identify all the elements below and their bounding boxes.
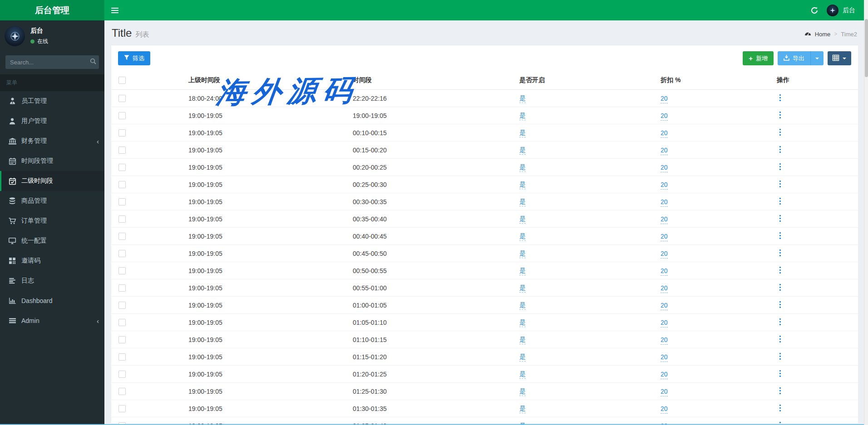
discount-edit-link[interactable]: 20 xyxy=(661,215,668,224)
sidebar-menu-item[interactable]: 员工管理 ‹ xyxy=(0,91,104,111)
export-dropdown-toggle[interactable] xyxy=(810,51,824,65)
row-actions-menu-icon[interactable] xyxy=(779,387,781,389)
discount-edit-link[interactable]: 20 xyxy=(661,164,668,172)
select-all-checkbox[interactable] xyxy=(118,77,126,84)
discount-edit-link[interactable]: 20 xyxy=(661,336,668,345)
sidebar-menu-item[interactable]: 订单管理 ‹ xyxy=(0,211,104,231)
enabled-toggle-link[interactable]: 是 xyxy=(519,336,526,344)
discount-edit-link[interactable]: 20 xyxy=(661,198,668,207)
enabled-toggle-link[interactable]: 是 xyxy=(519,405,526,413)
enabled-toggle-link[interactable]: 是 xyxy=(519,284,526,293)
row-actions-menu-icon[interactable] xyxy=(779,405,781,406)
export-button[interactable]: 导出 xyxy=(778,51,810,65)
row-actions-menu-icon[interactable] xyxy=(779,422,781,423)
discount-edit-link[interactable]: 20 xyxy=(661,181,668,190)
row-checkbox[interactable] xyxy=(118,198,126,205)
row-checkbox[interactable] xyxy=(118,181,126,188)
discount-edit-link[interactable]: 20 xyxy=(661,112,668,121)
row-checkbox[interactable] xyxy=(118,233,126,240)
vertical-scrollbar[interactable] xyxy=(864,0,868,425)
row-checkbox[interactable] xyxy=(118,147,126,154)
sidebar-menu-item[interactable]: 商品管理 ‹ xyxy=(0,191,104,211)
sidebar-menu-item[interactable]: Dashboard ‹ xyxy=(0,291,104,311)
row-actions-menu-icon[interactable] xyxy=(779,370,781,371)
row-checkbox[interactable] xyxy=(118,267,126,274)
row-actions-menu-icon[interactable] xyxy=(779,163,781,165)
row-checkbox[interactable] xyxy=(118,353,126,361)
discount-edit-link[interactable]: 20 xyxy=(661,388,668,396)
row-checkbox[interactable] xyxy=(118,284,126,292)
row-actions-menu-icon[interactable] xyxy=(779,129,781,130)
enabled-toggle-link[interactable]: 是 xyxy=(519,301,526,310)
row-actions-menu-icon[interactable] xyxy=(779,146,781,147)
row-actions-menu-icon[interactable] xyxy=(779,215,781,216)
row-actions-menu-icon[interactable] xyxy=(779,94,781,96)
enabled-toggle-link[interactable]: 是 xyxy=(519,215,526,224)
sidebar-menu-item[interactable]: 财务管理 ‹ xyxy=(0,131,104,151)
enabled-toggle-link[interactable]: 是 xyxy=(519,370,526,379)
row-checkbox[interactable] xyxy=(118,95,126,102)
enabled-toggle-link[interactable]: 是 xyxy=(519,198,526,206)
search-input[interactable] xyxy=(10,59,90,66)
row-checkbox[interactable] xyxy=(118,112,126,119)
row-checkbox[interactable] xyxy=(118,250,126,257)
row-checkbox[interactable] xyxy=(118,215,126,223)
scrollbar-thumb[interactable] xyxy=(865,19,868,77)
sidebar-toggle-button[interactable] xyxy=(104,0,125,20)
row-checkbox[interactable] xyxy=(118,164,126,171)
discount-edit-link[interactable]: 20 xyxy=(661,267,668,276)
row-checkbox[interactable] xyxy=(118,388,126,395)
user-menu[interactable]: 后台 xyxy=(827,5,855,16)
enabled-toggle-link[interactable]: 是 xyxy=(519,181,526,189)
discount-edit-link[interactable]: 20 xyxy=(661,233,668,241)
breadcrumb-home-link[interactable]: Home xyxy=(815,31,831,38)
discount-edit-link[interactable]: 20 xyxy=(661,302,668,310)
row-actions-menu-icon[interactable] xyxy=(779,232,781,234)
enabled-toggle-link[interactable]: 是 xyxy=(519,353,526,361)
enabled-toggle-link[interactable]: 是 xyxy=(519,146,526,155)
enabled-toggle-link[interactable]: 是 xyxy=(519,129,526,137)
sidebar-menu-item[interactable]: Admin ‹ xyxy=(0,311,104,331)
sidebar-menu-item[interactable]: 统一配置 ‹ xyxy=(0,231,104,251)
row-checkbox[interactable] xyxy=(118,129,126,137)
discount-edit-link[interactable]: 20 xyxy=(661,250,668,259)
row-checkbox[interactable] xyxy=(118,371,126,378)
filter-button[interactable]: 筛选 xyxy=(118,51,150,65)
row-actions-menu-icon[interactable] xyxy=(779,301,781,303)
row-actions-menu-icon[interactable] xyxy=(779,249,781,251)
sidebar-menu-item[interactable]: 时间段管理 ‹ xyxy=(0,151,104,171)
row-actions-menu-icon[interactable] xyxy=(779,318,781,320)
search-icon[interactable] xyxy=(90,58,96,66)
row-checkbox[interactable] xyxy=(118,319,126,326)
enabled-toggle-link[interactable]: 是 xyxy=(519,267,526,275)
row-checkbox[interactable] xyxy=(118,405,126,412)
enabled-toggle-link[interactable]: 是 xyxy=(519,232,526,241)
row-actions-menu-icon[interactable] xyxy=(779,353,781,354)
row-actions-menu-icon[interactable] xyxy=(779,267,781,268)
row-actions-menu-icon[interactable] xyxy=(779,284,781,285)
enabled-toggle-link[interactable]: 是 xyxy=(519,249,526,258)
discount-edit-link[interactable]: 20 xyxy=(661,284,668,293)
row-actions-menu-icon[interactable] xyxy=(779,112,781,113)
discount-edit-link[interactable]: 20 xyxy=(661,95,668,103)
add-button[interactable]: + 新增 xyxy=(743,51,774,65)
discount-edit-link[interactable]: 20 xyxy=(661,129,668,138)
enabled-toggle-link[interactable]: 是 xyxy=(519,112,526,120)
row-checkbox[interactable] xyxy=(118,336,126,343)
sidebar-menu-item[interactable]: 邀请码 ‹ xyxy=(0,251,104,271)
discount-edit-link[interactable]: 20 xyxy=(661,147,668,155)
discount-edit-link[interactable]: 20 xyxy=(661,319,668,327)
row-checkbox[interactable] xyxy=(118,302,126,309)
row-actions-menu-icon[interactable] xyxy=(779,198,781,199)
discount-edit-link[interactable]: 20 xyxy=(661,353,668,362)
enabled-toggle-link[interactable]: 是 xyxy=(519,163,526,172)
enabled-toggle-link[interactable]: 是 xyxy=(519,318,526,327)
row-actions-menu-icon[interactable] xyxy=(779,336,781,337)
enabled-toggle-link[interactable]: 是 xyxy=(519,387,526,396)
discount-edit-link[interactable]: 20 xyxy=(661,405,668,414)
refresh-icon[interactable] xyxy=(810,6,819,15)
enabled-toggle-link[interactable]: 是 xyxy=(519,94,526,103)
sidebar-menu-item[interactable]: 用户管理 ‹ xyxy=(0,111,104,131)
discount-edit-link[interactable]: 20 xyxy=(661,371,668,379)
column-settings-button[interactable] xyxy=(828,51,851,65)
